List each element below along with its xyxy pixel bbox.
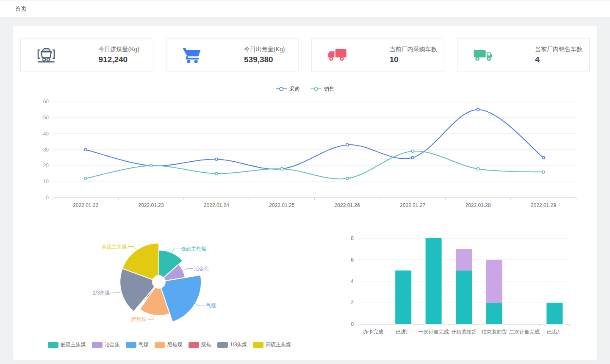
legend-label: 高硫主焦煤 — [266, 341, 291, 348]
breadcrumb-bar: 首页 — [0, 0, 610, 18]
coal-cart-icon — [35, 45, 57, 65]
stat-card-coal-in: 今日进煤量(Kg) 912,240 — [20, 38, 153, 72]
legend-swatch — [126, 342, 136, 348]
svg-text:2022.01.29: 2022.01.29 — [531, 202, 556, 208]
svg-text:办卡完成: 办卡完成 — [363, 329, 383, 335]
legend-swatch — [155, 342, 165, 348]
page-content: 今日进煤量(Kg) 912,240 今日出焦量(Kg) 539,380 — [0, 18, 610, 360]
svg-text:20: 20 — [43, 163, 49, 168]
legend-label: 1/3焦煤 — [230, 341, 247, 348]
svg-text:已出厂: 已出厂 — [547, 329, 562, 335]
svg-text:60: 60 — [43, 99, 49, 105]
stat-value: 912,240 — [99, 55, 146, 64]
stat-label: 今日进煤量(Kg) — [99, 46, 146, 53]
legend-label: 冶金焦 — [105, 341, 120, 348]
svg-text:结束装卸货: 结束装卸货 — [481, 329, 507, 335]
pie-legend-item-5[interactable]: 1/3焦煤 — [217, 341, 247, 348]
svg-text:2022.01.26: 2022.01.26 — [335, 202, 360, 208]
legend-swatch — [217, 342, 228, 348]
coal-type-pie-section: 低硫主焦煤冶金焦气煤肥焦煤瘦焦1/3焦煤高硫主焦煤 低硫主焦煤冶金焦气煤肥焦煤瘦… — [25, 232, 313, 348]
svg-text:30: 30 — [43, 147, 49, 153]
shopping-cart-icon — [181, 45, 203, 65]
stat-card-coke-out: 今日出焦量(Kg) 539,380 — [166, 38, 299, 72]
legend-label: 肥焦煤 — [167, 341, 183, 348]
svg-text:2022.01.27: 2022.01.27 — [400, 202, 425, 208]
legend-label: 低硫主焦煤 — [61, 341, 86, 348]
stat-value: 10 — [390, 55, 437, 64]
vehicle-status-bar-chart: 02468办卡完成已进厂一次计量完成开始装卸货结束装卸货二次计量完成已出厂 — [339, 232, 580, 339]
legend-swatch — [189, 342, 199, 348]
svg-text:6: 6 — [351, 257, 354, 263]
svg-text:2022.01.24: 2022.01.24 — [204, 202, 229, 208]
pie-legend-item-3[interactable]: 肥焦煤 — [155, 341, 183, 348]
stat-card-sales-trucks: 当前厂内销售车数 4 — [457, 38, 590, 72]
svg-text:50: 50 — [43, 115, 49, 121]
svg-text:2022.01.23: 2022.01.23 — [139, 202, 164, 208]
coal-type-pie-chart: 低硫主焦煤冶金焦气煤肥焦煤瘦焦1/3焦煤高硫主焦煤 — [25, 232, 305, 334]
dashboard-panel: 今日进煤量(Kg) 912,240 今日出焦量(Kg) 539,380 — [13, 26, 597, 360]
truck-sales-icon — [472, 45, 494, 65]
legend-item-1[interactable]: 销售 — [311, 85, 334, 93]
line-chart-legend: 采购销售 — [13, 84, 597, 94]
svg-text:一次计量完成: 一次计量完成 — [419, 329, 449, 335]
legend-label: 瘦焦 — [201, 341, 211, 348]
svg-text:高硫主焦煤: 高硫主焦煤 — [102, 244, 127, 250]
stat-card-purchase-trucks: 当前厂内采购车数 10 — [311, 38, 444, 72]
legend-label: 采购 — [289, 85, 299, 93]
svg-text:低硫主焦煤: 低硫主焦煤 — [181, 246, 206, 252]
truck-purchase-icon — [326, 45, 348, 65]
vehicle-status-bar-section: 02468办卡完成已进厂一次计量完成开始装卸货结束装卸货二次计量完成已出厂 — [339, 232, 580, 348]
purchase-sales-line-chart: 01020304050602022.01.222022.01.232022.01… — [13, 94, 597, 217]
svg-text:2022.01.28: 2022.01.28 — [465, 202, 491, 208]
stat-value: 4 — [535, 55, 582, 64]
legend-item-0[interactable]: 采购 — [276, 85, 299, 93]
svg-text:气煤: 气煤 — [205, 303, 216, 309]
legend-label: 气煤 — [139, 341, 149, 348]
svg-text:已进厂: 已进厂 — [396, 329, 411, 335]
breadcrumb-home[interactable]: 首页 — [15, 5, 27, 13]
svg-text:2022.01.25: 2022.01.25 — [269, 202, 294, 208]
svg-text:2: 2 — [351, 300, 354, 306]
svg-text:二次计量完成: 二次计量完成 — [509, 329, 540, 335]
svg-text:2022.01.22: 2022.01.22 — [73, 202, 98, 208]
svg-text:开始装卸货: 开始装卸货 — [451, 329, 477, 335]
stat-label: 今日出焦量(Kg) — [244, 46, 291, 53]
stat-cards-row: 今日进煤量(Kg) 912,240 今日出焦量(Kg) 539,380 — [13, 38, 597, 72]
pie-legend-item-6[interactable]: 高硫主焦煤 — [253, 341, 291, 348]
svg-text:4: 4 — [351, 279, 354, 284]
svg-text:40: 40 — [43, 131, 49, 137]
svg-text:8: 8 — [351, 235, 354, 241]
bottom-charts-row: 低硫主焦煤冶金焦气煤肥焦煤瘦焦1/3焦煤高硫主焦煤 低硫主焦煤冶金焦气煤肥焦煤瘦… — [13, 232, 597, 348]
stat-label: 当前厂内采购车数 — [390, 46, 437, 53]
legend-swatch — [92, 342, 103, 348]
svg-text:肥焦煤: 肥焦煤 — [131, 316, 146, 322]
svg-text:0: 0 — [46, 195, 49, 201]
svg-text:1/3焦煤: 1/3焦煤 — [93, 290, 110, 296]
pie-legend-item-0[interactable]: 低硫主焦煤 — [48, 341, 86, 348]
pie-legend-item-2[interactable]: 气煤 — [126, 341, 149, 348]
svg-text:冶金焦: 冶金焦 — [194, 266, 209, 272]
pie-legend: 低硫主焦煤冶金焦气煤肥焦煤瘦焦1/3焦煤高硫主焦煤 — [25, 341, 313, 348]
purchase-sales-trend-section: 采购销售 01020304050602022.01.222022.01.2320… — [13, 84, 597, 218]
legend-swatch — [48, 342, 58, 348]
svg-text:0: 0 — [351, 321, 354, 327]
pie-legend-item-4[interactable]: 瘦焦 — [189, 341, 211, 348]
legend-label: 销售 — [324, 85, 334, 93]
svg-text:10: 10 — [43, 179, 49, 185]
legend-swatch — [253, 342, 263, 348]
pie-legend-item-1[interactable]: 冶金焦 — [92, 341, 120, 348]
stat-value: 539,380 — [244, 55, 291, 64]
stat-label: 当前厂内销售车数 — [535, 46, 582, 53]
